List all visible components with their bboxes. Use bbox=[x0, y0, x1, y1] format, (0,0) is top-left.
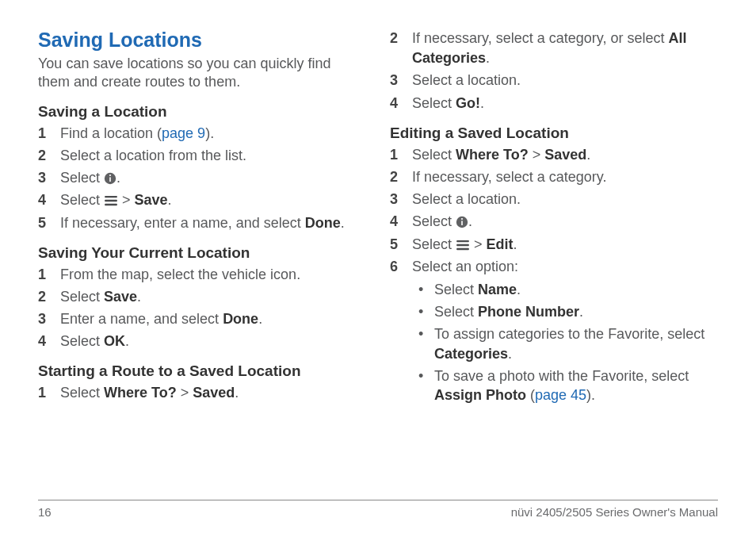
bullet-bold: Categories bbox=[434, 346, 508, 362]
edit-options: Select Name. Select Phone Number. To ass… bbox=[412, 280, 718, 405]
svg-rect-7 bbox=[461, 221, 463, 226]
list-item: Select . bbox=[390, 212, 718, 232]
step-text: Find a location ( bbox=[60, 125, 162, 141]
list-item: Select a location. bbox=[390, 71, 718, 90]
left-column: Saving Locations You can save locations … bbox=[38, 29, 366, 493]
steps-saving-location: Find a location (page 9). Select a locat… bbox=[38, 124, 366, 233]
step-bold: Save bbox=[135, 192, 168, 208]
bullet-bold: Phone Number bbox=[478, 304, 579, 320]
list-item: If necessary, select a category. bbox=[390, 167, 718, 187]
subhead-edit-saved: Editing a Saved Location bbox=[390, 125, 718, 142]
bullet-text: . bbox=[579, 304, 583, 320]
step-bold: OK bbox=[104, 333, 125, 349]
footer-separator bbox=[38, 500, 718, 500]
bullet-bold: Assign Photo bbox=[434, 387, 526, 403]
intro-text: You can save locations so you can quickl… bbox=[38, 55, 366, 92]
list-item: Select > Edit. bbox=[390, 235, 718, 255]
list-item: Select . bbox=[38, 168, 366, 188]
step-text: Select bbox=[60, 192, 104, 208]
step-text: > bbox=[470, 236, 487, 252]
right-column: If necessary, select a category, or sele… bbox=[390, 29, 718, 493]
bullet-text: To assign categories to the Favorite, se… bbox=[434, 326, 704, 342]
bullet-text: ). bbox=[586, 387, 595, 403]
step-text: Select bbox=[60, 333, 104, 349]
manual-page: Saving Locations You can save locations … bbox=[0, 0, 756, 533]
svg-rect-1 bbox=[109, 178, 111, 182]
step-text: . bbox=[486, 50, 490, 66]
list-item: Select Save. bbox=[38, 287, 366, 307]
bullet-text: Select bbox=[434, 304, 478, 320]
steps-current-location: From the map, select the vehicle icon. S… bbox=[38, 265, 366, 352]
page-footer: 16 nüvi 2405/2505 Series Owner's Manual bbox=[38, 505, 718, 533]
step-text: . bbox=[137, 289, 141, 305]
step-bold: Where To? bbox=[104, 385, 177, 401]
step-text: . bbox=[514, 236, 517, 252]
svg-point-2 bbox=[109, 174, 111, 176]
list-item: From the map, select the vehicle icon. bbox=[38, 265, 366, 285]
bullet-item: Select Name. bbox=[412, 280, 718, 299]
list-item: Select a location from the list. bbox=[38, 146, 366, 166]
step-text: If necessary, enter a name, and select bbox=[60, 215, 305, 231]
step-text: Select bbox=[60, 289, 104, 305]
bullet-text: . bbox=[517, 282, 521, 297]
step-bold: Saved bbox=[193, 385, 235, 401]
step-bold: Done bbox=[305, 215, 341, 231]
subhead-start-route: Starting a Route to a Saved Location bbox=[38, 362, 366, 380]
steps-start-route: Select Where To? > Saved. bbox=[38, 383, 366, 403]
step-text: . bbox=[480, 95, 484, 111]
list-item: Select Go!. bbox=[390, 94, 718, 113]
step-bold: Go! bbox=[456, 95, 480, 111]
list-item: Find a location (page 9). bbox=[38, 124, 366, 144]
content-columns: Saving Locations You can save locations … bbox=[38, 29, 718, 493]
step-text: . bbox=[258, 311, 262, 327]
bullet-item: To save a photo with the Favorite, selec… bbox=[412, 366, 718, 405]
subhead-saving-location: Saving a Location bbox=[38, 103, 366, 121]
subhead-current-location: Saving Your Current Location bbox=[38, 244, 366, 262]
svg-rect-11 bbox=[456, 247, 469, 249]
list-item: Select Where To? > Saved. bbox=[390, 145, 718, 165]
svg-rect-5 bbox=[105, 204, 117, 205]
bullet-text: To save a photo with the Favorite, selec… bbox=[434, 368, 689, 384]
steps-edit-saved: Select Where To? > Saved. If necessary, … bbox=[390, 145, 718, 405]
list-item: Select a location. bbox=[390, 190, 718, 209]
list-item: If necessary, select a category, or sele… bbox=[390, 29, 718, 68]
svg-rect-3 bbox=[105, 196, 117, 197]
step-text: Select bbox=[412, 213, 456, 229]
page-title: Saving Locations bbox=[38, 29, 366, 52]
step-text: ). bbox=[205, 125, 214, 141]
svg-rect-4 bbox=[105, 200, 117, 201]
page-link[interactable]: page 45 bbox=[535, 387, 586, 403]
step-text: Select bbox=[412, 236, 456, 252]
step-bold: Where To? bbox=[456, 147, 529, 163]
list-item: Select an option: Select Name. Select Ph… bbox=[390, 257, 718, 405]
step-bold: Saved bbox=[544, 147, 586, 163]
bullet-item: To assign categories to the Favorite, se… bbox=[412, 324, 718, 363]
list-item: Enter a name, and select Done. bbox=[38, 309, 366, 329]
step-bold: Edit bbox=[487, 236, 514, 252]
menu-icon bbox=[104, 195, 118, 206]
step-text: > bbox=[118, 192, 135, 208]
info-icon bbox=[456, 216, 468, 228]
step-text: > bbox=[529, 147, 545, 163]
step-text: Select bbox=[60, 385, 104, 401]
info-icon bbox=[104, 172, 116, 185]
svg-point-8 bbox=[461, 218, 463, 220]
list-item: Select OK. bbox=[38, 332, 366, 351]
step-text: If necessary, select a category, or sele… bbox=[412, 30, 668, 46]
list-item: Select > Save. bbox=[38, 190, 366, 210]
step-text: Select bbox=[412, 95, 456, 111]
page-number: 16 bbox=[38, 505, 52, 519]
doc-title: nüvi 2405/2505 Series Owner's Manual bbox=[511, 505, 718, 519]
bullet-text: . bbox=[508, 346, 512, 362]
list-item: If necessary, enter a name, and select D… bbox=[38, 213, 366, 233]
step-bold: Save bbox=[104, 289, 137, 305]
page-link[interactable]: page 9 bbox=[162, 125, 205, 141]
svg-rect-9 bbox=[456, 240, 469, 241]
step-text: Select bbox=[60, 170, 104, 186]
menu-icon bbox=[456, 240, 470, 251]
step-text: Enter a name, and select bbox=[60, 311, 223, 327]
step-text: . bbox=[586, 147, 590, 163]
bullet-bold: Name bbox=[478, 282, 517, 297]
step-text: . bbox=[168, 192, 172, 208]
step-bold: Done bbox=[223, 311, 258, 327]
